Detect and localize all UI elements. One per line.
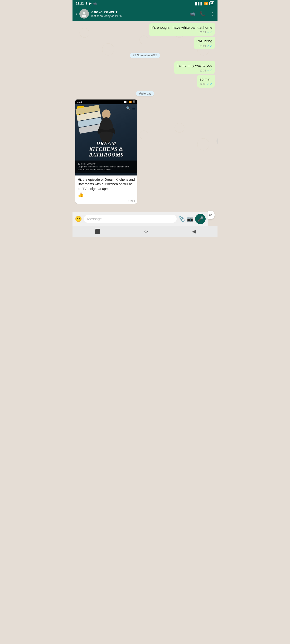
- video-status-icon: 📹: [93, 2, 97, 5]
- video-call-icon[interactable]: 📹: [189, 11, 195, 16]
- screenshot-network: 6: [133, 100, 135, 103]
- thumbsup-emoji: 👍: [78, 192, 84, 197]
- message-time: 08:21: [199, 31, 206, 34]
- signal-icon: ▐▌▌▌: [194, 2, 203, 5]
- message-ticks: ✓✓: [207, 82, 212, 86]
- menu-icon: ☰: [132, 106, 135, 110]
- message-row: It's enough, I have white paint at home …: [75, 23, 215, 36]
- media-meta: 13:14: [75, 199, 137, 204]
- message-ticks: ✓✓: [207, 44, 212, 48]
- screenshot-time: 1:12: [77, 100, 82, 103]
- chat-body: It's enough, I have white paint at home …: [73, 21, 217, 212]
- message-bubble: 25 min 12:38 ✓✓: [197, 75, 215, 88]
- voice-call-icon[interactable]: 📞: [200, 11, 206, 16]
- message-bubble: I am on my way to you 12:38 ✓✓: [174, 61, 215, 74]
- svg-point-0: [83, 12, 86, 14]
- nav-home-button[interactable]: ⊙: [144, 228, 148, 234]
- status-time: 22:22: [76, 2, 84, 5]
- contact-name: алекс клиент: [91, 10, 187, 14]
- wifi-icon: 📶: [204, 2, 208, 5]
- message-time: 08:21: [199, 44, 206, 48]
- message-text: It's enough, I have white paint at home: [151, 26, 212, 30]
- media-bubble: 1:12 ▐▌▌ 📶 6 MY 5 🔍: [75, 100, 137, 204]
- avatar: [79, 9, 89, 18]
- show-title-area: DREAMKITCHENS &BATHROOMS: [89, 140, 124, 158]
- message-bubble: It's enough, I have white paint at home …: [149, 23, 215, 36]
- message-text: I am on my way to you: [177, 64, 212, 68]
- status-right: ▐▌▌▌ 📶 92: [194, 2, 214, 5]
- search-icon: 🔍: [126, 106, 130, 110]
- battery-icon: 92: [209, 2, 214, 5]
- screenshot-signal: ▐▌▌: [124, 101, 128, 103]
- svg-point-1: [82, 15, 86, 17]
- header-icons: 📹 📞 ⋮: [189, 11, 215, 16]
- message-time: 12:38: [199, 82, 206, 86]
- chat-header: ‹ алекс клиент last seen today at 19:26 …: [73, 7, 217, 21]
- date-divider: Yesterday: [75, 91, 215, 96]
- message-row: I will bring 08:21 ✓✓: [75, 37, 215, 50]
- forward-button[interactable]: ↩: [216, 137, 217, 145]
- text-message-area: Hi, the episode of Dream Kitchens and Ba…: [75, 176, 137, 199]
- message-row: I am on my way to you 12:38 ✓✓: [75, 61, 215, 74]
- show-title: DREAMKITCHENS &BATHROOMS: [89, 140, 124, 158]
- back-button[interactable]: ‹: [75, 11, 77, 17]
- show-meta: 60 min | Lifestyle Carpenter Mark Millar…: [75, 160, 137, 173]
- message-ticks: ✓✓: [207, 68, 212, 73]
- nav-square-button[interactable]: ⬛: [94, 228, 100, 234]
- message-text: I will bring: [196, 39, 212, 43]
- nav-bar: ⬛ ⊙ ◀: [73, 226, 217, 237]
- play-icon: ▶: [89, 2, 92, 5]
- message-row: 1:12 ▐▌▌ 📶 6 MY 5 🔍: [75, 100, 215, 204]
- date-divider: 23 November 2023: [75, 53, 215, 58]
- screenshot-content: MY 5 🔍 ☰: [75, 104, 137, 176]
- mic-button[interactable]: 🎤: [195, 214, 206, 224]
- mic-icon: 🎤: [197, 216, 203, 222]
- message-row: 25 min 12:38 ✓✓: [75, 75, 215, 88]
- camera-button[interactable]: 📷: [187, 216, 193, 222]
- input-bar: 🙂 📎 📷 🎤: [73, 212, 208, 226]
- message-text: 25 min: [199, 77, 210, 81]
- message-meta: 08:21 ✓✓: [196, 44, 212, 48]
- status-bar: 22:22 ⬆ ▶ 📹 ▐▌▌▌ 📶 92: [73, 0, 217, 7]
- date-pill: Yesterday: [136, 91, 154, 96]
- contact-status: last seen today at 19:26: [91, 14, 187, 18]
- show-duration: 60 min | Lifestyle: [78, 162, 135, 165]
- show-description: Carpenter Mark Millar transforms clients…: [78, 166, 135, 171]
- attach-button[interactable]: 📎: [178, 216, 185, 222]
- message-time: 12:38: [199, 69, 206, 72]
- media-screenshot: 1:12 ▐▌▌ 📶 6 MY 5 🔍: [75, 100, 137, 176]
- screenshot-wifi: 📶: [129, 101, 132, 103]
- message-meta: 08:21 ✓✓: [151, 30, 212, 35]
- date-pill: 23 November 2023: [130, 53, 160, 58]
- more-options-icon[interactable]: ⋮: [210, 11, 215, 16]
- screenshot-statusbar: 1:12 ▐▌▌ 📶 6: [75, 100, 137, 104]
- message-bubble: I will bring 08:21 ✓✓: [194, 37, 215, 50]
- nav-back-button[interactable]: ◀: [192, 228, 196, 234]
- emoji-button[interactable]: 🙂: [75, 216, 82, 222]
- upload-icon: ⬆: [85, 2, 88, 5]
- message-ticks: ✓✓: [207, 30, 212, 35]
- message-time: 13:14: [128, 200, 135, 202]
- message-meta: 12:38 ✓✓: [177, 68, 212, 73]
- message-text: Hi, the episode of Dream Kitchens and Ba…: [78, 178, 135, 198]
- status-left: 22:22 ⬆ ▶ 📹: [76, 2, 97, 5]
- contact-info: алекс клиент last seen today at 19:26: [91, 10, 187, 18]
- message-meta: 12:38 ✓✓: [199, 82, 212, 86]
- screenshot-icons: 🔍 ☰: [126, 106, 135, 110]
- message-input[interactable]: [84, 215, 177, 223]
